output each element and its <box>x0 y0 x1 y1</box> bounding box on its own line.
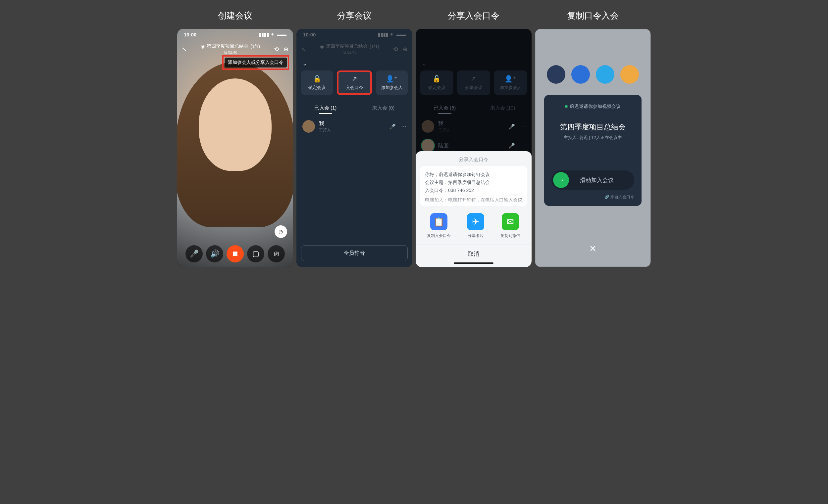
tab-unjoined[interactable]: 未入会 (10) <box>473 101 532 118</box>
status-time: 10:00 <box>184 32 196 37</box>
meeting-code-button[interactable]: ↗ 入会口令 <box>337 71 372 95</box>
chevron-down-icon[interactable]: ⌄ <box>302 60 307 67</box>
share-card-label: 分享卡片 <box>468 233 484 239</box>
attendee-role: 主持人 <box>438 127 504 133</box>
lock-label: 锁定会议 <box>428 85 446 91</box>
copy-wechat-button[interactable]: ✉ 复制到微信 <box>500 213 520 239</box>
msg-line: 入会口令：038 746 252 <box>425 187 522 195</box>
msg-line: 电脑加入：电脑打开钉钉，在电话入口输入会议码 <box>425 196 522 206</box>
tooltip-highlight: 添加参会人或分享入会口令 <box>222 55 289 70</box>
add-label: 添加参会人 <box>381 85 403 91</box>
meeting-title: 第四季度项目总结会 <box>207 43 248 49</box>
add-person-icon[interactable]: ⊕ <box>284 46 288 53</box>
share-sheet-title: 分享入会口令 <box>416 151 532 166</box>
share-card-button[interactable]: ✈ 分享卡片 <box>467 213 484 239</box>
lock-meeting-button[interactable]: 🔓 锁定会议 <box>420 71 453 95</box>
msg-line: 会议主题：第四季度项目总结会 <box>425 179 522 187</box>
meeting-timer: 02:48 <box>347 50 357 54</box>
meeting-header: ⤡ ◉ 第四季度项目总结会(1/1) 我 02:48 ⟲ ⊕ <box>177 42 293 56</box>
mic-icon[interactable]: 🎤 <box>508 124 515 130</box>
me-label: 我 <box>223 50 227 54</box>
share-sheet: 分享入会口令 你好，蔚迟邀请你参加钉钉会议 会议主题：第四季度项目总结会 入会口… <box>416 151 532 267</box>
unlock-icon: 🔓 <box>313 75 321 83</box>
add-attendee-button[interactable]: 👤⁺ 添加参会人 <box>376 71 408 95</box>
tab-joined[interactable]: 已入会 (1) <box>296 101 355 118</box>
app-icons-blurred <box>535 65 651 84</box>
call-toolbar: 🎤 🔊 ⏹ ▢ ⎚ <box>177 245 293 263</box>
attendee-row[interactable]: 我 主持人 🎤 ⋯ <box>416 117 532 136</box>
speaker-button[interactable]: 🔊 <box>206 245 223 263</box>
add-person-icon: 👤⁺ <box>386 75 398 83</box>
share-actions: 📋 复制入会口令 ✈ 分享卡片 ✉ 复制到微信 <box>416 211 532 244</box>
avatar <box>422 139 434 152</box>
shrink-icon[interactable]: ⤡ <box>182 46 187 53</box>
add-attendee-button[interactable]: 👤⁺ 添加参会人 <box>494 71 527 95</box>
mute-button[interactable]: 🎤 <box>185 245 203 263</box>
tab-unjoined[interactable]: 未入会 (0) <box>355 101 412 118</box>
shrink-icon[interactable]: ⤡ <box>301 46 306 53</box>
copy-wechat-label: 复制到微信 <box>500 233 520 239</box>
blurred-icon <box>571 65 590 84</box>
meeting-title: 第四季度项目总结会 <box>326 43 368 49</box>
more-icon[interactable]: ⋯ <box>520 124 526 130</box>
invite-title: 第四季度项目总结会 <box>551 122 634 132</box>
shield-icon: ◉ <box>201 44 205 49</box>
invite-subtitle: 主持人: 蔚迟 | 12人正在会议中 <box>551 135 634 141</box>
attendee-row[interactable]: 我 主持人 🎤 ⋯ <box>296 117 412 136</box>
shield-icon: ◉ <box>320 44 324 49</box>
meeting-count: (1/1) <box>370 44 379 49</box>
avatar <box>422 120 434 133</box>
invite-source: 🔗 来自入会口令 <box>551 194 634 200</box>
meeting-timer: 02:48 <box>228 50 238 54</box>
camera-flip-icon[interactable]: ⟲ <box>393 46 398 53</box>
hangup-button[interactable]: ⏹ <box>226 245 244 263</box>
cancel-button[interactable]: 取消 <box>416 244 532 261</box>
tooltip-text: 添加参会人或分享入会口令 <box>224 57 287 67</box>
camera-flip-icon[interactable]: ⟲ <box>274 46 279 53</box>
column-title: 分享入会口令 <box>416 10 532 21</box>
clipboard-icon: 📋 <box>430 213 448 230</box>
slide-label: 滑动加入会议 <box>561 176 632 184</box>
phone-screen-share-meeting: 10:00 ▮▮▮▮ ᯤ ▬▬ ⤡ ◉ 第四季度项目总结会(1/1) 我 02:… <box>296 29 412 267</box>
close-button[interactable]: ✕ <box>589 243 596 254</box>
tab-joined[interactable]: 已入会 (5) <box>416 101 473 118</box>
signal-icon: ▮▮▮▮ <box>378 32 388 37</box>
attendee-role: 主持人 <box>319 127 385 133</box>
chevron-down-icon[interactable]: ⌄ <box>422 60 426 67</box>
panel-background <box>296 29 412 267</box>
add-person-icon[interactable]: ⊕ <box>403 46 408 53</box>
mic-on-icon[interactable]: 🎤 <box>508 143 515 149</box>
invite-header: ■蔚迟邀请你参加视频会议 <box>551 103 634 109</box>
share-meeting-button[interactable]: ↗ 分享会议 <box>457 71 490 95</box>
slide-to-join[interactable]: → 滑动加入会议 <box>551 171 634 190</box>
me-label: 我 <box>343 50 346 54</box>
source-label: 来自入会口令 <box>610 195 634 199</box>
battery-icon: ▬▬ <box>277 32 287 37</box>
emoji-button[interactable]: ☺ <box>275 225 287 238</box>
wechat-icon: ✉ <box>502 213 519 230</box>
more-icon[interactable]: ⋯ <box>401 124 406 130</box>
camera-button[interactable]: ▢ <box>247 245 264 263</box>
mute-all-button[interactable]: 全员静音 <box>301 245 408 261</box>
meeting-header: ⤡ ◉ 第四季度项目总结会(1/1) 我 02:48 ⟲ ⊕ <box>296 42 412 56</box>
add-label: 添加参会人 <box>500 85 521 91</box>
signal-icon: ▮▮▮▮ <box>259 32 269 37</box>
share-screen-button[interactable]: ⎚ <box>267 245 285 263</box>
blurred-icon <box>596 65 614 84</box>
phone-screen-create: 10:00 ▮▮▮▮ ᯤ ▬▬ ⤡ ◉ 第四季度项目总结会(1/1) 我 02:… <box>177 29 293 267</box>
phone-screen-join: ■蔚迟邀请你参加视频会议 第四季度项目总结会 主持人: 蔚迟 | 12人正在会议… <box>535 29 651 267</box>
meeting-count: (1/1) <box>250 44 260 49</box>
copy-code-button[interactable]: 📋 复制入会口令 <box>427 213 451 239</box>
blurred-icon <box>620 65 639 84</box>
attendee-list: 我 主持人 🎤 ⋯ 陆宜 🎤 ⋯ <box>416 117 532 155</box>
attendee-name: 我 <box>319 120 385 127</box>
dingtalk-icon: ✈ <box>467 213 484 230</box>
copy-code-label: 复制入会口令 <box>427 233 451 239</box>
mic-icon[interactable]: 🎤 <box>389 124 396 130</box>
action-row: 🔓 锁定会议 ↗ 分享会议 👤⁺ 添加参会人 <box>420 71 527 95</box>
attendee-tabs: 已入会 (1) 未入会 (0) <box>296 101 412 118</box>
wifi-icon: ᯤ <box>390 32 395 37</box>
share-message-box[interactable]: 你好，蔚迟邀请你参加钉钉会议 会议主题：第四季度项目总结会 入会口令：038 7… <box>420 166 527 206</box>
more-icon[interactable]: ⋯ <box>520 143 526 149</box>
lock-meeting-button[interactable]: 🔓 锁定会议 <box>301 71 333 95</box>
